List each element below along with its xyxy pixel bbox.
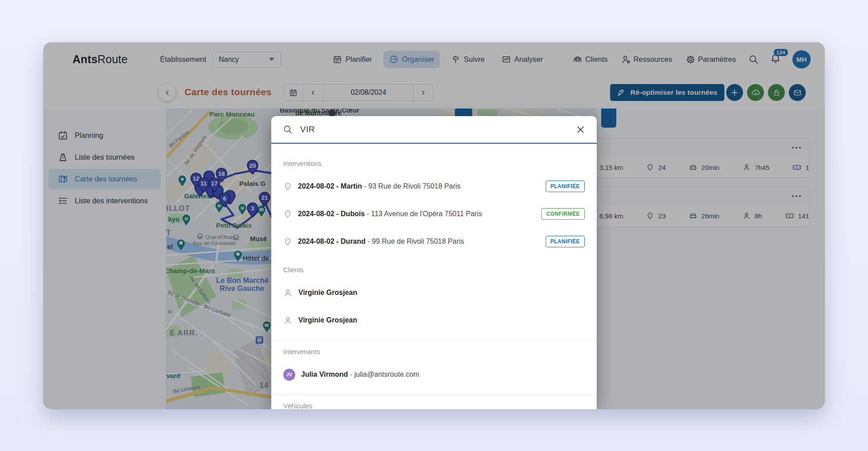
client-result[interactable]: Virginie Grosjean bbox=[283, 312, 585, 329]
pin-icon bbox=[283, 182, 292, 191]
intervention-result[interactable]: 2024-08-02 - Dubois - 113 Avenue de l'Op… bbox=[283, 205, 585, 222]
divider bbox=[271, 395, 597, 395]
section-vehicules: Véhicules bbox=[283, 402, 585, 409]
search-icon bbox=[283, 125, 293, 134]
status-badge: PLANIFIÉE bbox=[546, 181, 585, 192]
close-icon[interactable] bbox=[576, 125, 585, 134]
person-icon bbox=[283, 316, 293, 325]
intervenant-avatar: JV bbox=[283, 369, 295, 381]
intervention-result[interactable]: 2024-08-02 - Durand - 99 Rue de Rivoli 7… bbox=[283, 233, 585, 250]
intervenant-result[interactable]: JV Julia Virmond - julia@antsroute.com bbox=[283, 366, 585, 383]
app-window: AntsRoute Établissement Nancy Planifier … bbox=[43, 42, 825, 409]
status-badge: PLANIFIÉE bbox=[546, 236, 585, 247]
section-clients: Clients bbox=[283, 266, 585, 274]
intervention-result[interactable]: 2024-08-02 - Martin - 93 Rue de Rivoli 7… bbox=[283, 178, 585, 195]
divider bbox=[271, 340, 597, 341]
search-modal: VIR Interventions 2024-08-02 - Martin - … bbox=[271, 116, 597, 409]
section-intervenants: Intervenants bbox=[283, 348, 585, 355]
search-input[interactable]: VIR bbox=[300, 125, 315, 134]
section-interventions: Interventions bbox=[283, 160, 585, 167]
person-icon bbox=[283, 288, 293, 298]
pin-icon bbox=[283, 209, 292, 218]
status-badge: CONFIRMÉE bbox=[541, 208, 585, 220]
client-result[interactable]: Virginie Grosjean bbox=[283, 284, 585, 301]
pin-icon bbox=[283, 237, 292, 246]
search-bar[interactable]: VIR bbox=[271, 116, 597, 144]
search-results: Interventions 2024-08-02 - Martin - 93 R… bbox=[271, 160, 597, 409]
